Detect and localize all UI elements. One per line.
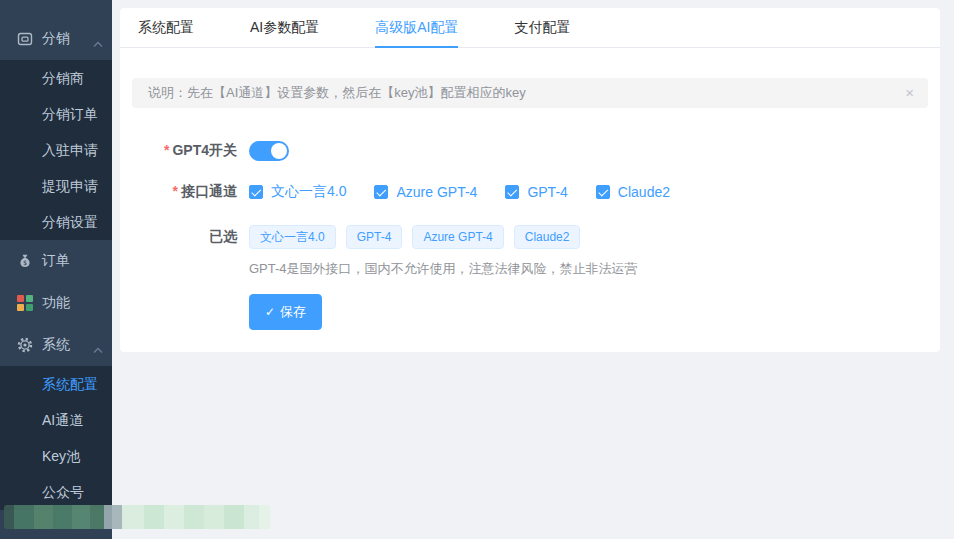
- sidebar-item-key-pool[interactable]: Key池: [0, 438, 112, 474]
- submenu-distribution: 分销商 分销订单 入驻申请 提现申请 分销设置: [0, 60, 112, 240]
- check-icon: ✓: [265, 305, 275, 319]
- selected-tag: GPT-4: [346, 225, 403, 249]
- sidebar: 分销 分销商 分销订单 入驻申请 提现申请 分销设置 $ 订单 功能 系统 系统…: [0, 0, 112, 539]
- sidebar-item-system[interactable]: 系统: [0, 324, 112, 366]
- sidebar-item-distribution[interactable]: 分销: [0, 18, 112, 60]
- sidebar-item-withdrawal-applications[interactable]: 提现申请: [0, 168, 112, 204]
- close-icon[interactable]: ×: [905, 84, 914, 102]
- chevron-up-icon: [93, 341, 103, 348]
- tab-advanced-ai-config[interactable]: 高级版AI配置: [375, 8, 458, 48]
- checkbox-gpt4[interactable]: GPT-4: [505, 184, 567, 200]
- sidebar-item-label: 系统: [42, 336, 70, 354]
- content-card: 系统配置 AI参数配置 高级版AI配置 支付配置 说明：先在【AI通道】设置参数…: [120, 8, 940, 352]
- gear-icon: [16, 337, 33, 354]
- sidebar-item-system-config[interactable]: 系统配置: [0, 366, 112, 402]
- checkbox-checked-icon: [374, 185, 388, 199]
- distribution-icon: [16, 31, 33, 48]
- channels-row: *接口通道 文心一言4.0 Azure GPT-4 GPT-4 Claude2: [120, 182, 940, 202]
- save-button[interactable]: ✓ 保存: [249, 294, 322, 330]
- info-alert: 说明：先在【AI通道】设置参数，然后在【key池】配置相应的key ×: [132, 78, 928, 108]
- required-mark: *: [173, 183, 178, 199]
- advanced-ai-form: *GPT4开关 *接口通道 文心一言4.0 Azure GPT-4 GPT-4 …: [120, 138, 940, 330]
- save-button-label: 保存: [280, 303, 306, 321]
- sidebar-item-distribution-orders[interactable]: 分销订单: [0, 96, 112, 132]
- sidebar-item-orders[interactable]: $ 订单: [0, 240, 112, 282]
- checkbox-wenxin[interactable]: 文心一言4.0: [249, 183, 346, 201]
- toggle-knob: [271, 143, 287, 159]
- selected-tag: Azure GPT-4: [412, 225, 503, 249]
- sidebar-item-label: 订单: [42, 252, 70, 270]
- sidebar-item-distribution-settings[interactable]: 分销设置: [0, 204, 112, 240]
- channels-label: *接口通道: [120, 183, 237, 201]
- tab-system-config[interactable]: 系统配置: [138, 8, 194, 48]
- features-icon: [16, 295, 33, 312]
- svg-text:$: $: [22, 259, 26, 267]
- checkbox-checked-icon: [249, 185, 263, 199]
- config-tabs: 系统配置 AI参数配置 高级版AI配置 支付配置: [120, 8, 940, 48]
- gpt4-toggle[interactable]: [249, 141, 289, 161]
- selected-row: 已选 文心一言4.0 GPT-4 Azure GPT-4 Claude2: [120, 224, 940, 250]
- checkbox-checked-icon: [596, 185, 610, 199]
- blurred-watermark: [4, 505, 270, 529]
- selected-tag: Claude2: [514, 225, 581, 249]
- gpt4-warning-note: GPT-4是国外接口，国内不允许使用，注意法律风险，禁止非法运营: [249, 260, 940, 278]
- required-mark: *: [164, 142, 169, 158]
- sidebar-item-ai-channel[interactable]: AI通道: [0, 402, 112, 438]
- sidebar-item-label: 功能: [42, 294, 70, 312]
- alert-text: 说明：先在【AI通道】设置参数，然后在【key池】配置相应的key: [148, 84, 526, 102]
- gpt4-switch-row: *GPT4开关: [120, 138, 940, 164]
- gpt4-switch-label: *GPT4开关: [120, 142, 237, 160]
- tab-ai-params-config[interactable]: AI参数配置: [250, 8, 319, 48]
- chevron-up-icon: [93, 35, 103, 42]
- selected-label: 已选: [120, 228, 237, 246]
- tab-payment-config[interactable]: 支付配置: [514, 8, 570, 48]
- order-icon: $: [16, 253, 33, 270]
- checkbox-azure-gpt4[interactable]: Azure GPT-4: [374, 184, 477, 200]
- submenu-system: 系统配置 AI通道 Key池 公众号: [0, 366, 112, 510]
- sidebar-item-distributors[interactable]: 分销商: [0, 60, 112, 96]
- checkbox-claude2[interactable]: Claude2: [596, 184, 670, 200]
- sidebar-item-features[interactable]: 功能: [0, 282, 112, 324]
- sidebar-item-label: 分销: [42, 30, 70, 48]
- selected-tag: 文心一言4.0: [249, 225, 336, 249]
- checkbox-checked-icon: [505, 185, 519, 199]
- sidebar-item-entry-applications[interactable]: 入驻申请: [0, 132, 112, 168]
